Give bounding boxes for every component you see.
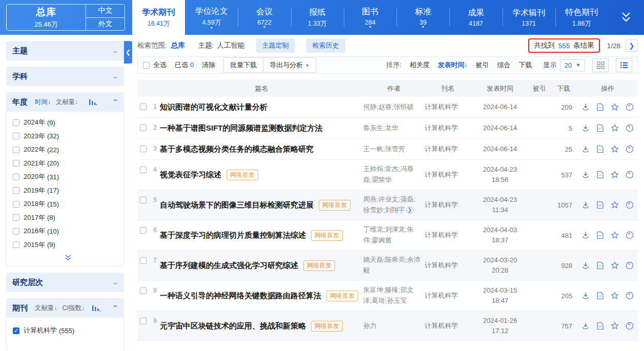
checkbox[interactable] <box>13 174 19 180</box>
select-all-label[interactable]: 全选 <box>153 60 167 70</box>
year-filter-option[interactable]: 2018年(15) <box>13 197 123 211</box>
row-checkbox[interactable] <box>140 146 147 152</box>
cite-quote-icon[interactable]: ” <box>626 103 634 111</box>
download-icon[interactable] <box>581 171 590 179</box>
journal-link[interactable]: 计算机科学 <box>425 102 471 112</box>
journal-link[interactable]: 计算机科学 <box>425 291 471 300</box>
cite-quote-icon[interactable]: ” <box>626 231 634 239</box>
authors[interactable]: 姚天磊;陈希亮;余沛毅 <box>363 255 425 276</box>
favorite-star-icon[interactable] <box>611 231 619 239</box>
authors[interactable]: 王帅炜;雷杰;冯尊磊;梁荣华 <box>363 164 425 185</box>
panel-discipline-header[interactable]: 学科 ⌄ <box>6 67 124 86</box>
html-read-icon[interactable]: </> <box>596 201 604 209</box>
tab-achievements[interactable]: 成果 4187 <box>449 0 502 35</box>
favorite-star-icon[interactable] <box>611 201 619 209</box>
download-icon[interactable] <box>581 322 590 330</box>
tab-conferences[interactable]: 会议 6722 ▾ <box>238 0 290 35</box>
favorite-star-icon[interactable] <box>611 261 619 270</box>
row-checkbox[interactable] <box>140 104 147 110</box>
row-checkbox[interactable] <box>140 257 147 264</box>
html-read-icon[interactable]: </> <box>596 145 604 153</box>
year-sort-by-time[interactable]: 时间↓ <box>35 98 51 107</box>
html-read-icon[interactable]: </> <box>596 171 604 179</box>
year-filter-option[interactable]: 2023年(32) <box>13 130 123 143</box>
grid-view-button[interactable] <box>592 58 609 72</box>
download-icon[interactable] <box>581 231 590 239</box>
article-title-link[interactable]: 元宇宙中区块链技术的应用、挑战和新策略 <box>160 321 306 331</box>
year-filter-option[interactable]: 2019年(17) <box>13 184 123 198</box>
year-filter-option[interactable]: 2017年(8) <box>13 211 123 225</box>
clear-selection-button[interactable]: 清除 <box>202 60 215 70</box>
bar-chart-icon[interactable] <box>89 99 97 106</box>
cite-quote-icon[interactable]: ” <box>626 292 634 300</box>
row-checkbox[interactable] <box>140 287 147 294</box>
cite-quote-icon[interactable]: ” <box>626 171 634 179</box>
authors[interactable]: 孙力 <box>363 321 425 332</box>
authors[interactable]: 王一帆;张雪芳 <box>363 144 425 155</box>
checkbox-checked[interactable] <box>13 327 19 334</box>
journal-link[interactable]: 计算机科学 <box>425 321 471 331</box>
article-title-link[interactable]: 基于多模态视频分类任务的模态融合策略研究 <box>160 144 314 154</box>
next-page-button[interactable]: ❯ <box>626 39 638 52</box>
more-tabs-button[interactable] <box>608 0 644 35</box>
download-icon[interactable] <box>581 201 590 209</box>
journal-filter-option[interactable]: 计算机科学 (555) <box>13 324 123 338</box>
year-filter-option[interactable]: 2024年(9) <box>13 116 123 130</box>
tab-newspapers[interactable]: 报纸 1.33万 <box>291 0 344 35</box>
journal-link[interactable]: 计算机科学 <box>425 200 471 210</box>
article-title-link[interactable]: 一种基于谱图SIFT的同源频谱监测数据判定方法 <box>160 123 323 133</box>
year-sort-by-volume[interactable]: 文献量↓ <box>56 98 78 107</box>
sort-publish-time[interactable]: 发表时间↓ <box>438 60 468 70</box>
year-filter-option[interactable]: 2020年(31) <box>13 170 123 184</box>
journal-link[interactable]: 计算机科学 <box>425 170 471 179</box>
tab-chinese[interactable]: 中文 <box>86 5 124 18</box>
journal-link[interactable]: 计算机科学 <box>425 261 471 270</box>
favorite-star-icon[interactable] <box>611 145 619 153</box>
row-checkbox[interactable] <box>140 197 147 203</box>
export-analyze-button[interactable]: 导出与分析▼ <box>263 57 316 73</box>
checkbox[interactable] <box>13 147 19 153</box>
tab-featured-journals[interactable]: 特色期刊 1.86万 <box>555 0 608 35</box>
sort-comprehensive[interactable]: 综合 <box>497 60 511 70</box>
list-view-button[interactable] <box>616 58 632 72</box>
sort-download[interactable]: 下载 <box>519 60 532 70</box>
download-icon[interactable] <box>581 145 590 153</box>
bar-chart-icon[interactable] <box>92 305 100 312</box>
expand-years-button[interactable] <box>13 252 123 263</box>
download-icon[interactable] <box>581 292 590 300</box>
journal-link[interactable]: 计算机科学 <box>425 144 471 154</box>
checkbox[interactable] <box>13 241 19 248</box>
year-filter-option[interactable]: 2015年(9) <box>13 238 123 252</box>
article-title-link[interactable]: 基于深度学习的病理切片质量控制算法综述 <box>160 230 306 240</box>
checkbox[interactable] <box>13 187 19 194</box>
sort-cited[interactable]: 被引 <box>476 60 489 70</box>
tab-academic-journals[interactable]: 学术期刊 16.41万 <box>132 0 185 35</box>
article-title-link[interactable]: 自动驾驶场景下的图像三维目标检测研究进展 <box>160 200 314 210</box>
year-filter-option[interactable]: 2021年(20) <box>13 157 123 171</box>
expand-authors-icon[interactable]: ❯ <box>406 207 413 214</box>
page-size-select[interactable]: 20▼ <box>560 59 585 71</box>
panel-research-level-header[interactable]: 研究层次 ⌄ <box>6 273 124 292</box>
article-title-link[interactable]: 基于序列建模的生成式强化学习研究综述 <box>160 260 298 271</box>
sidebar-collapse-button[interactable]: ❮ <box>124 41 132 64</box>
select-all-checkbox[interactable] <box>143 62 150 69</box>
chevron-up-icon[interactable]: ⌃ <box>112 304 119 312</box>
authors[interactable]: 鲁东生;龙华 <box>363 123 425 134</box>
checkbox[interactable] <box>13 119 19 126</box>
tab-foreign[interactable]: 外文 <box>86 18 124 31</box>
total-database-button[interactable]: 总库 25.46万 <box>7 5 86 30</box>
tab-dissertations[interactable]: 学位论文 4.59万 ▾ <box>185 0 238 35</box>
tab-standards[interactable]: 标准 39 ▾ <box>397 0 449 35</box>
authors[interactable]: 何静;赵睿;张恒硕 <box>363 102 425 113</box>
html-read-icon[interactable]: </> <box>596 124 604 132</box>
html-read-icon[interactable]: </> <box>596 292 604 300</box>
download-icon[interactable] <box>581 124 590 132</box>
cite-quote-icon[interactable]: ” <box>626 145 634 153</box>
search-history-button[interactable]: 检索历史 <box>306 38 345 53</box>
authors[interactable]: 朱富坤;滕臻;邵文泽;葛琦;孙玉宝 <box>363 285 425 306</box>
favorite-star-icon[interactable] <box>611 292 619 300</box>
subject-customize-button[interactable]: 主题定制 <box>256 38 295 53</box>
row-checkbox[interactable] <box>140 227 147 234</box>
row-checkbox[interactable] <box>140 167 147 173</box>
journal-sort-by-ci[interactable]: CI指数↓ <box>63 304 85 313</box>
